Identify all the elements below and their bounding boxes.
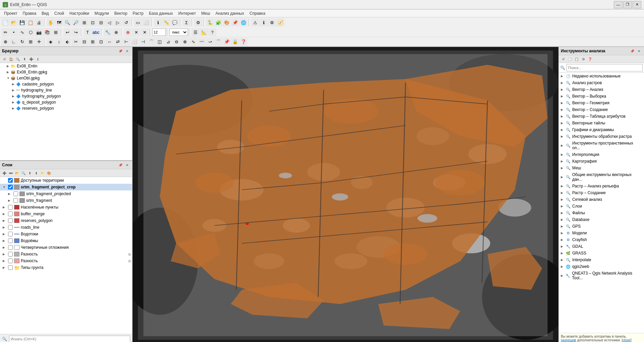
analysis-item-11[interactable]: ▶🔍Интерполяция [559,151,644,158]
layer-item-1[interactable]: ▼srtm_fragment_project_crop [0,184,132,190]
layer-check-12[interactable] [8,259,13,263]
trim-btn[interactable]: ⊣ [139,38,147,46]
layer-check-13[interactable] [8,265,13,270]
round-btn[interactable]: ⌒ [147,38,155,46]
layer-item-9[interactable]: ▶Водоёмы [0,237,132,244]
tree-arrow-2[interactable]: ▼ [7,76,11,80]
browser-filter-btn[interactable]: 🔍 [15,56,21,62]
layer-item-12[interactable]: ▶Разность⊞ [0,258,132,264]
snap-btn[interactable]: 🔧 [104,28,112,36]
move-btn[interactable]: ✛ [35,38,43,46]
layer-check-4[interactable] [8,205,13,210]
open-layer-btn[interactable]: 📂 [14,170,20,176]
processing-btn[interactable]: ⚙ [194,18,202,26]
browser-add-btn[interactable]: ➕ [28,56,34,62]
layer-item-2[interactable]: ▶srtm_fragment_projected [0,190,132,197]
bearing-btn[interactable]: ⊖ [172,38,180,46]
layer-arrow-4[interactable]: ▶ [3,206,7,209]
analysis-allow-link[interactable]: разрешив [561,338,576,342]
fill-btn[interactable]: ⬜ [130,38,139,46]
distance-btn[interactable]: ⊗ [181,38,189,46]
layer-check-5[interactable] [8,212,13,216]
layer-check-11[interactable] [8,252,13,256]
nav-btn[interactable]: 🧭 [276,18,284,26]
tree-arrow-3[interactable]: ▶ [12,82,16,86]
remove-layer-btn[interactable]: ➖ [8,170,14,176]
menu-растр[interactable]: Растр [130,10,146,16]
tree-arrow-1[interactable]: ▶ [7,70,11,74]
analysis-item-2[interactable]: ▶🔍Вектор – Анализ [559,86,644,93]
help-btn[interactable]: ❓ [239,38,248,46]
text-btn[interactable]: T [84,28,92,36]
menu-справка[interactable]: Справка [247,10,268,16]
layer-arrow-2[interactable]: ▶ [8,192,12,195]
unit-select[interactable]: пикс [169,28,188,36]
zoom-in-btn[interactable]: 🔍 [63,18,71,26]
stream-btn[interactable]: ∿ [189,38,197,46]
print-btn[interactable]: 🖨 [35,18,43,26]
browser-item-5[interactable]: ▶🔷hydrography_polygon [0,93,132,99]
menu-база-данных[interactable]: База данных [146,10,175,16]
add-layer-btn[interactable]: ➕ [1,170,7,176]
analysis-item-9[interactable]: ▶🔍Инструменты обработки растра [559,133,644,140]
analysis-item-8[interactable]: ▶🔍Графики и диаграммы [559,126,644,133]
analysis-item-5[interactable]: ▶🔍Вектор – Создание [559,106,644,113]
analysis-settings-btn[interactable]: ⚙ [580,56,586,62]
stream2-btn[interactable]: 〰 [198,38,206,46]
measure-btn[interactable]: 📏 [162,18,170,26]
flip-btn[interactable]: ↔ [105,38,113,46]
minimize-button[interactable]: — [614,1,623,8]
menu-правка[interactable]: Правка [20,10,39,16]
analysis-item-21[interactable]: ▶🔍GPS [559,223,644,230]
analysis-close-note-link[interactable]: close [623,338,630,342]
analysis-results-btn[interactable]: 📋 [574,56,580,62]
zoom-out-btn[interactable]: 🔎 [72,18,80,26]
analysis-help-btn[interactable]: ❓ [587,56,593,62]
zoom-next-btn[interactable]: ▷ [114,18,122,26]
menu-проект[interactable]: Проект [1,10,20,16]
layer-arrow-3[interactable]: ▶ [8,199,12,202]
analysis-item-17[interactable]: ▶🔍Сетевой анализ [559,196,644,203]
layers-btn[interactable]: 📚 [43,28,51,36]
map-area[interactable] [132,47,558,342]
line-btn[interactable]: ∿ [18,28,26,36]
layer-style-btn[interactable]: 🎨 [223,18,231,26]
annotate-btn[interactable]: 💬 [171,18,179,26]
menu-меш[interactable]: Меш [199,10,213,16]
layer-arrow-1[interactable]: ▼ [3,185,7,189]
menu-интернет[interactable]: Интернет [176,10,199,16]
zoom-full-btn[interactable]: ⊞ [80,18,88,26]
select-btn[interactable]: ▭ [134,18,142,26]
layers-pin-btn[interactable]: 📌 [117,162,123,168]
tree-arrow-6[interactable]: ▶ [12,101,16,104]
open-project-btn[interactable]: 📂 [10,18,18,26]
tree-arrow-5[interactable]: ▶ [12,95,16,98]
layer-arrow-9[interactable]: ▶ [3,239,7,242]
layer-arrow-8[interactable]: ▶ [3,232,7,236]
browser-item-6[interactable]: ▶🔷q_deposit_polygon [0,99,132,105]
layer-check-2[interactable] [13,191,18,196]
polygon-btn[interactable]: ⬡ [26,28,35,36]
menu-анализ-данных[interactable]: Анализ данных [213,10,247,16]
zoom-layer-btn[interactable]: ⊡ [89,18,97,26]
analysis-item-19[interactable]: ▶🔍Файлы [559,210,644,216]
filter-btn[interactable]: ☰ [192,28,200,36]
analysis-search-input[interactable] [567,64,643,71]
analysis-item-10[interactable]: ▶🔍Инструменты пространственных оп... [559,140,644,151]
grid-btn[interactable]: ⊞ [52,28,60,36]
analysis-item-13[interactable]: ▶🔍Меш [559,165,644,171]
extend-btn[interactable]: ⊢ [122,38,130,46]
merge-btn[interactable]: ⊞ [89,38,97,46]
layer-arrow-7[interactable]: ▶ [3,226,7,229]
analysis-item-1[interactable]: ▶🔍Анализ растров [559,79,644,86]
analysis-item-18[interactable]: ▶🔍Слои [559,203,644,210]
layer-arrow-11[interactable]: ▶ [3,252,7,256]
menu-вектор[interactable]: Вектор [112,10,130,16]
deselect-btn[interactable]: ⬜ [142,18,150,26]
analysis-item-7[interactable]: ▶🔍Векторные тайлы [559,120,644,126]
layer-arrow-10[interactable]: ▶ [3,246,7,249]
adv-dig-btn[interactable]: ⊕ [1,38,9,46]
layer-check-8[interactable] [8,232,13,236]
offset-btn[interactable]: ↕ [55,38,63,46]
layer-item-11[interactable]: ▶Разность⊞ [0,251,132,258]
